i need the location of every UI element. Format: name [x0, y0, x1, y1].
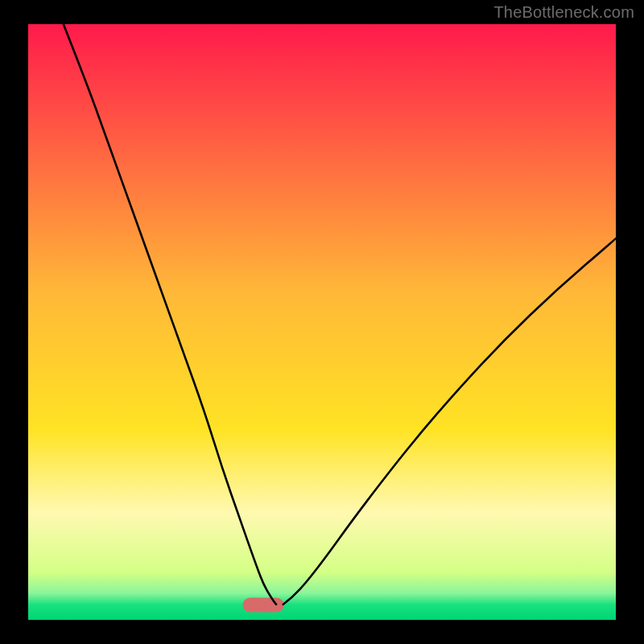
- watermark-text: TheBottleneck.com: [493, 3, 634, 22]
- plot-background: [28, 24, 616, 620]
- bottleneck-marker: [242, 598, 283, 613]
- chart-frame: TheBottleneck.com: [0, 0, 644, 644]
- bottleneck-chart: [0, 0, 644, 644]
